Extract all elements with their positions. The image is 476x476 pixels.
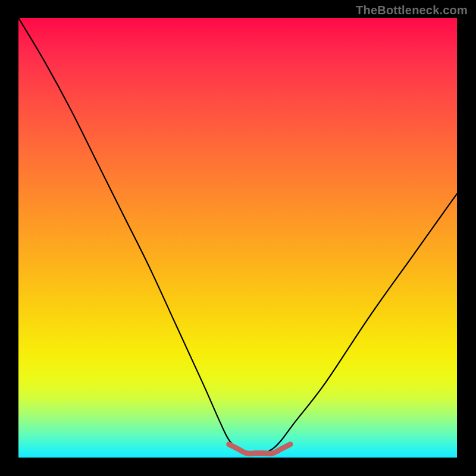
watermark-text: TheBottleneck.com	[356, 4, 468, 17]
chart-frame: TheBottleneck.com	[0, 0, 476, 476]
plot-area	[18, 18, 457, 458]
chart-svg	[18, 18, 457, 458]
series-container	[18, 18, 457, 453]
series-black-curve	[18, 18, 457, 453]
series-red-floor-band	[229, 444, 290, 453]
